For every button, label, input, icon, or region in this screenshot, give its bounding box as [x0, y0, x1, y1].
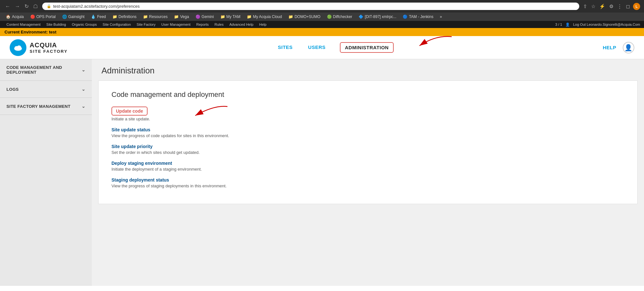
help-link[interactable]: HELP [603, 45, 616, 50]
bookmark-acquia[interactable]: 🏠 Acquia [3, 14, 26, 20]
bookmark-jenkins-label: TAM - Jenkins [409, 14, 433, 19]
bookmark-mytam[interactable]: 📁 My TAM [218, 14, 243, 20]
jenkins-icon: 🔵 [403, 14, 408, 19]
bookmark-domo-sumo[interactable]: 📁 DOMO+SUMO [286, 14, 323, 20]
page-title-bar: Administration [92, 59, 644, 80]
bookmark-gainsight[interactable]: 🌐 Gainsight [60, 14, 87, 20]
drupal-item-site-factory[interactable]: Site Factory [134, 22, 158, 27]
section-title: Code management and deployment [111, 90, 624, 99]
sidebar-sfm-header[interactable]: SITE FACTORY MANAGEMENT ⌄ [0, 98, 92, 115]
profile-avatar[interactable]: L [633, 3, 640, 10]
staging-deployment-status-link[interactable]: Staging deployment status [111, 177, 169, 183]
deploy-staging-desc: Initiate the deployment of a staging env… [111, 167, 624, 172]
drupal-item-user-management[interactable]: User Management [159, 22, 193, 27]
settings-icon[interactable]: ⚙ [609, 3, 614, 10]
definitions-icon: 📁 [112, 14, 117, 19]
cloud-icon [13, 43, 23, 52]
window-icon[interactable]: ◻ [625, 3, 630, 10]
sidebar-section-code: CODE MANAGEMENT AND DEPLOYMENT ⌄ [0, 59, 92, 81]
gainsight-icon: 🌐 [62, 14, 67, 19]
page-layout: CODE MANAGEMENT AND DEPLOYMENT ⌄ LOGS ⌄ … [0, 59, 644, 286]
user-profile-icon[interactable]: 👤 [623, 42, 634, 53]
ops-portal-icon: 🔴 [30, 14, 35, 19]
vega-icon: 📁 [174, 14, 179, 19]
bookmark-feed[interactable]: 💧 Feed [88, 14, 108, 20]
share-icon[interactable]: ⇧ [582, 3, 588, 10]
update-code-link[interactable]: Update code [111, 107, 148, 116]
header-right: HELP 👤 [603, 42, 634, 53]
staging-deployment-status-desc: View the progress of staging deployments… [111, 183, 624, 188]
bookmark-vega[interactable]: 📁 Vega [171, 14, 191, 20]
bookmark-dit[interactable]: 🔷 [DIT-897] xmlrpc... [356, 14, 399, 20]
site-update-status-link[interactable]: Site update status [111, 127, 150, 132]
acquia-logo-icon [10, 39, 26, 56]
bookmark-acquia-cloud[interactable]: 📁 My Acquia Cloud [244, 14, 284, 20]
drupal-item-reports[interactable]: Reports [194, 22, 211, 27]
forward-button[interactable]: → [14, 3, 21, 10]
site-update-priority-link[interactable]: Site update priority [111, 144, 153, 149]
sidebar-logs-header[interactable]: LOGS ⌄ [0, 81, 92, 98]
bookmark-jenkins[interactable]: 🔵 TAM - Jenkins [400, 14, 436, 20]
user-logout-link[interactable]: Log Out Leonardo.Signorelli@Acquia.Com [573, 23, 640, 26]
back-button[interactable]: ← [4, 3, 12, 10]
nav-administration[interactable]: ADMINISTRATION [340, 42, 394, 53]
logo-text: ACQUIA SITE FACTORY [30, 41, 68, 54]
browser-nav-buttons: ← → ↻ ☖ [4, 3, 39, 10]
star-icon[interactable]: ☆ [591, 3, 596, 10]
bookmark-gemini[interactable]: 🟣 Gemini [193, 14, 216, 20]
bookmark-domo-sumo-label: DOMO+SUMO [294, 14, 320, 19]
bookmarks-bar: 🏠 Acquia 🔴 OPS Portal 🌐 Gainsight 💧 Feed… [0, 13, 644, 21]
bookmark-diffchecker[interactable]: 🟢 Diffchecker [324, 14, 355, 20]
nav-sites[interactable]: SITES [276, 37, 294, 59]
link-item-site-update-priority: Site update priority Set the order in wh… [111, 144, 624, 155]
svg-point-2 [17, 45, 21, 50]
deploy-staging-link[interactable]: Deploy staging environment [111, 161, 172, 166]
drupal-item-organic-groups[interactable]: Organic Groups [69, 22, 100, 27]
drupal-item-content-management[interactable]: Content Management [4, 22, 43, 27]
bookmark-ops-portal[interactable]: 🔴 OPS Portal [28, 14, 58, 20]
sidebar-code-header[interactable]: CODE MANAGEMENT AND DEPLOYMENT ⌄ [0, 59, 92, 80]
drupal-item-site-building[interactable]: Site Building [44, 22, 69, 27]
home-button[interactable]: ☖ [32, 3, 39, 10]
extensions-icon[interactable]: ⚡ [599, 3, 606, 10]
update-code-arrow [169, 103, 234, 121]
logo-acquia-text: ACQUIA [30, 41, 68, 49]
sidebar-sfm-chevron: ⌄ [82, 104, 85, 109]
drupal-item-rules[interactable]: Rules [212, 22, 226, 27]
link-item-update-code: Update code Initiate a site update. [111, 107, 150, 121]
bookmark-definitions-label: Definitions [119, 14, 137, 19]
link-item-deploy-staging: Deploy staging environment Initiate the … [111, 161, 624, 172]
resources-icon: 📁 [143, 14, 148, 19]
page-wrapper: ← → ↻ ☖ 🔒 test-acquiatam2.acsitefactory.… [0, 0, 644, 286]
profile-initial: L [636, 5, 638, 8]
sidebar-section-sfm: SITE FACTORY MANAGEMENT ⌄ [0, 98, 92, 115]
drupal-item-advanced-help[interactable]: Advanced Help [227, 22, 256, 27]
acquia-bookmark-icon: 🏠 [6, 14, 11, 19]
more-icon[interactable]: ⋮ [617, 3, 623, 10]
url-text: test-acquiatam2.acsitefactory.com/prefer… [53, 4, 140, 9]
reload-button[interactable]: ↻ [23, 3, 30, 10]
bookmark-more-label: » [440, 14, 442, 19]
bookmark-more[interactable]: » [437, 14, 445, 20]
update-code-desc: Initiate a site update. [111, 117, 150, 121]
drupal-item-help[interactable]: Help [257, 22, 269, 27]
lock-icon: 🔒 [47, 4, 51, 8]
bookmark-definitions[interactable]: 📁 Definitions [110, 14, 139, 20]
bookmark-resources-label: Resources [149, 14, 168, 19]
site-update-status-desc: View the progress of code updates for si… [111, 133, 624, 138]
bookmark-resources[interactable]: 📁 Resources [140, 14, 170, 20]
drupal-admin-bar: Content Management Site Building Organic… [0, 21, 644, 28]
main-header: ACQUIA SITE FACTORY SITES USERS ADMINIST… [0, 36, 644, 59]
main-content: Administration Code management and deplo… [92, 59, 644, 286]
env-banner: Current Environment: test [0, 28, 644, 36]
bookmark-dit-label: [DIT-897] xmlrpc... [365, 14, 396, 19]
drupal-item-site-configuration[interactable]: Site Configuration [100, 22, 133, 27]
nav-users[interactable]: USERS [307, 37, 327, 59]
env-text: Current Environment: test [5, 30, 56, 34]
page-info: 3 / 1 [555, 23, 562, 26]
bookmark-mytam-label: My TAM [226, 14, 241, 19]
admin-arrow [387, 33, 458, 53]
sidebar-section-logs: LOGS ⌄ [0, 81, 92, 98]
address-bar[interactable]: 🔒 test-acquiatam2.acsitefactory.com/pref… [42, 3, 579, 10]
browser-actions: ⇧ ☆ ⚡ ⚙ ⋮ ◻ L [582, 3, 640, 10]
